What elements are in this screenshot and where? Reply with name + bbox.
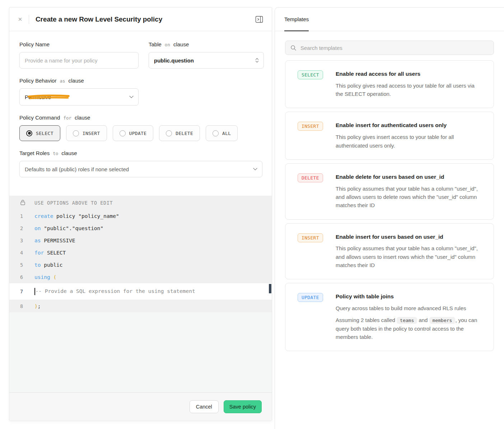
radio-icon	[120, 130, 126, 136]
template-description: Assuming 2 tables called teams and membe…	[336, 316, 479, 341]
line-number: 8	[9, 303, 34, 309]
command-option-delete[interactable]: DELETE	[159, 125, 200, 141]
tab-templates[interactable]: Templates	[284, 8, 309, 31]
code-text: on "public"."question"	[34, 225, 103, 231]
command-option-label: DELETE	[176, 131, 193, 136]
template-description: This policy gives read access to your ta…	[336, 81, 479, 98]
code-line: 1create policy "policy_name"	[9, 210, 272, 222]
template-badge: UPDATE	[298, 293, 323, 302]
policy-name-field: Policy Name	[19, 41, 139, 69]
code-text: -- Provide a SQL expression for the usin…	[34, 288, 195, 295]
template-badge: INSERT	[298, 233, 323, 242]
panel-toggle-icon	[255, 15, 263, 23]
close-icon: ✕	[18, 16, 23, 22]
table-select-value: public.question	[154, 57, 194, 64]
behavior-label: Policy Behavior	[19, 78, 56, 84]
badge-column: DELETE	[298, 173, 336, 182]
templates-panel: Templates SELECTEnable read access for a…	[275, 7, 504, 429]
dialog-footer: Cancel Save policy	[9, 392, 272, 421]
code-line: 2on "public"."question"	[9, 222, 272, 234]
template-card[interactable]: INSERTEnable insert for users based on u…	[285, 223, 494, 280]
behavior-select-value: Permissive	[25, 94, 51, 100]
command-option-label: SELECT	[36, 131, 53, 136]
radio-icon	[166, 130, 172, 136]
badge-column: SELECT	[298, 70, 336, 79]
templates-panel-body: SELECTEnable read access for all usersTh…	[275, 31, 504, 360]
behavior-select[interactable]: Permissive	[19, 88, 139, 106]
command-option-label: INSERT	[83, 131, 100, 136]
line-number: 6	[9, 274, 34, 280]
line-number: 2	[9, 225, 34, 231]
line-number: 1	[9, 213, 34, 219]
target-roles-field: Target Roles to clause Defaults to all (…	[19, 150, 262, 177]
text-cursor	[34, 288, 35, 295]
badge-column: INSERT	[298, 233, 336, 242]
template-badge: INSERT	[298, 122, 323, 131]
code-pill: members	[429, 317, 456, 324]
table-field: Table on clause public.question	[149, 41, 264, 69]
card-content: Enable delete for users based on user_id…	[336, 173, 483, 210]
editor-scrollbar-thumb[interactable]	[269, 284, 271, 293]
code-line-editable[interactable]: 7-- Provide a SQL expression for the usi…	[9, 283, 272, 300]
template-card-list: SELECTEnable read access for all usersTh…	[285, 60, 494, 351]
behavior-clause-word: clause	[68, 78, 84, 84]
radio-icon	[73, 130, 79, 136]
table-clause-word: clause	[173, 41, 189, 47]
sql-editor: USE OPTIONS ABOVE TO EDIT 1create policy…	[9, 196, 272, 312]
template-card[interactable]: INSERTEnable insert for authenticated us…	[285, 112, 494, 159]
code-line: 4for SELECT	[9, 247, 272, 259]
code-pill: teams	[397, 317, 417, 324]
panel-toggle-button[interactable]	[253, 14, 265, 25]
rls-policy-dialog: ✕ Create a new Row Level Security policy…	[9, 7, 272, 421]
command-option-insert[interactable]: INSERT	[66, 125, 107, 141]
card-content: Policy with table joinsQuery across tabl…	[336, 293, 483, 341]
card-content: Enable insert for authenticated users on…	[336, 122, 483, 149]
table-label: Table	[149, 41, 162, 47]
behavior-field: Policy Behavior as clause Permissive	[19, 78, 262, 106]
line-number: 4	[9, 250, 34, 256]
line-number: 3	[9, 238, 34, 243]
code-text: );	[34, 303, 41, 309]
target-roles-clause-keyword: to	[53, 151, 58, 156]
save-policy-button[interactable]: Save policy	[224, 400, 262, 413]
table-clause-keyword: on	[165, 42, 170, 47]
line-number: 7	[9, 289, 34, 294]
template-title: Enable insert for users based on user_id	[336, 233, 483, 241]
template-badge: DELETE	[298, 173, 323, 182]
target-roles-select-value: Defaults to all (public) roles if none s…	[25, 166, 129, 172]
policy-name-input[interactable]	[25, 57, 133, 64]
command-option-all[interactable]: ALL	[206, 125, 238, 141]
command-clause-keyword: for	[63, 115, 71, 121]
behavior-clause-keyword: as	[60, 78, 65, 84]
search-templates-input[interactable]	[300, 45, 489, 51]
template-card[interactable]: UPDATEPolicy with table joinsQuery acros…	[285, 283, 494, 351]
chevron-down-icon	[253, 168, 258, 171]
badge-column: INSERT	[298, 122, 336, 131]
dialog-header: ✕ Create a new Row Level Security policy	[9, 8, 272, 31]
command-option-select[interactable]: SELECT	[19, 125, 60, 141]
template-description: This policy gives insert access to your …	[336, 133, 479, 150]
code-line: 8);	[9, 300, 272, 312]
command-label: Policy Command	[19, 115, 60, 121]
command-field: Policy Command for clause SELECTINSERTUP…	[19, 115, 262, 141]
radio-icon	[213, 130, 219, 136]
command-option-label: UPDATE	[129, 131, 147, 136]
template-card[interactable]: SELECTEnable read access for all usersTh…	[285, 60, 494, 108]
table-select[interactable]: public.question	[149, 52, 264, 69]
cancel-button[interactable]: Cancel	[190, 400, 219, 413]
template-description: This policy assumes that your table has …	[336, 185, 479, 210]
template-title: Enable insert for authenticated users on…	[336, 122, 483, 129]
line-number: 5	[9, 262, 34, 268]
target-roles-select[interactable]: Defaults to all (public) roles if none s…	[19, 161, 262, 177]
command-option-update[interactable]: UPDATE	[113, 125, 154, 141]
chevrons-updown-icon	[255, 57, 259, 63]
chevron-down-icon	[129, 95, 134, 99]
template-card[interactable]: DELETEEnable delete for users based on u…	[285, 163, 494, 220]
editor-empty-area	[9, 312, 272, 392]
close-button[interactable]: ✕	[14, 14, 26, 25]
code-line: 3as PERMISSIVE	[9, 234, 272, 247]
card-content: Enable insert for users based on user_id…	[336, 233, 483, 270]
template-description: This policy assumes that your table has …	[336, 244, 479, 269]
search-icon	[290, 45, 297, 51]
dialog-title: Create a new Row Level Security policy	[36, 15, 253, 23]
